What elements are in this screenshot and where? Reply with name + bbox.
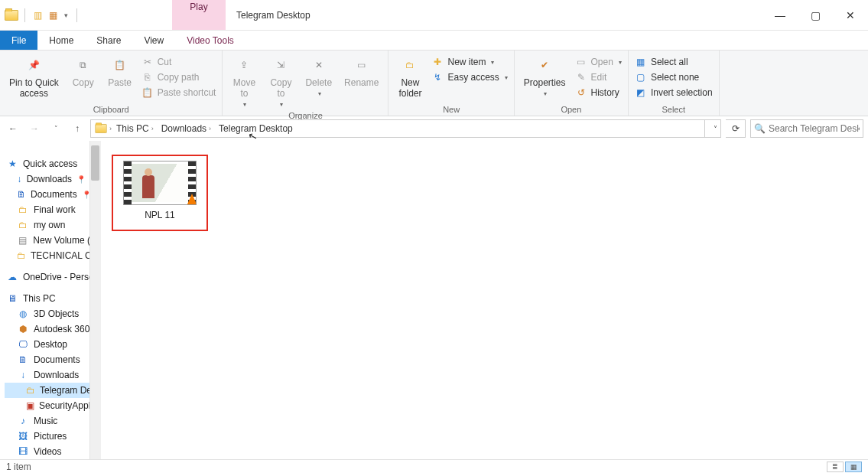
nav-pc-documents[interactable]: 🗎Documents: [5, 352, 101, 367]
nav-pc-3d-objects[interactable]: ◍3D Objects: [5, 306, 101, 321]
bc-root-sep[interactable]: ›: [109, 125, 112, 132]
nav-qa-new-volume[interactable]: ▤New Volume (D:: [5, 233, 101, 248]
open-button[interactable]: ▭Open▾: [574, 55, 623, 69]
nav-qa-downloads[interactable]: ↓Downloads📍: [5, 171, 101, 187]
nav-pc-telegram-desktop[interactable]: 🗀Telegram Deskt: [5, 383, 101, 398]
tab-home[interactable]: Home: [37, 31, 85, 50]
nav-pc-securityapplian[interactable]: ▣SecurityApplian: [5, 398, 101, 413]
history-icon: ↺: [575, 86, 587, 99]
copy-to-button[interactable]: ⇲ Copy to▾: [264, 52, 297, 111]
delete-button[interactable]: ✕ Delete▾: [301, 52, 336, 100]
videos-icon: 🎞: [17, 445, 29, 458]
properties-button[interactable]: ✔ Properties▾: [519, 52, 571, 100]
window-title: Telegram Desktop: [226, 0, 762, 30]
explorer-body: ★Quick access ↓Downloads📍 🗎Documents📍 🗀F…: [0, 141, 868, 459]
select-none-button[interactable]: ▢Select none: [633, 70, 714, 84]
close-button[interactable]: ✕: [833, 0, 868, 30]
new-item-button[interactable]: ✚New item▾: [430, 55, 509, 69]
nav-pc-music[interactable]: ♪Music: [5, 413, 101, 429]
navigation-pane[interactable]: ★Quick access ↓Downloads📍 🗎Documents📍 🗀F…: [0, 141, 101, 459]
nav-pc-pictures[interactable]: 🖼Pictures: [5, 429, 101, 444]
file-item-npl11[interactable]: NPL 11: [112, 155, 208, 231]
view-large-icons-button[interactable]: ▦: [845, 462, 862, 472]
qat-properties-icon[interactable]: ▥: [31, 9, 44, 21]
quick-access-toolbar: ▥ ▦ ▾: [0, 0, 85, 30]
breadcrumb-item-0[interactable]: This PC›: [113, 123, 157, 134]
select-all-icon: ▦: [635, 56, 647, 68]
breadcrumb-dropdown[interactable]: ˅: [714, 125, 717, 133]
nav-qa-final-work[interactable]: 🗀Final work: [5, 202, 101, 217]
nav-onedrive[interactable]: ☁OneDrive - Person: [5, 269, 101, 285]
nav-scrollbar-thumb[interactable]: [91, 145, 99, 181]
nav-scrollbar[interactable]: [89, 141, 101, 459]
paste-button[interactable]: 📋 Paste: [103, 52, 137, 91]
breadcrumb[interactable]: › This PC› Downloads› Telegram Desktop ˅: [90, 119, 721, 138]
tab-view[interactable]: View: [132, 31, 175, 50]
titlebar: ▥ ▦ ▾ Play Telegram Desktop — ▢ ✕: [0, 0, 868, 31]
nav-pc-downloads[interactable]: ↓Downloads: [5, 367, 101, 383]
nav-pc-autodesk[interactable]: ⬢Autodesk 360: [5, 321, 101, 337]
a360-icon: ⬢: [17, 323, 29, 335]
easy-access-icon: ↯: [431, 71, 444, 83]
cut-icon: ✂: [141, 56, 154, 68]
folder-icon: 🗀: [17, 204, 29, 216]
nav-back-button[interactable]: ←: [5, 120, 21, 137]
context-tab-play[interactable]: Play: [172, 0, 226, 30]
group-label-open: Open: [519, 105, 623, 116]
ribbon-tabs: File Home Share View Video Tools: [0, 31, 868, 51]
group-label-clipboard: Clipboard: [5, 105, 217, 116]
history-button[interactable]: ↺History: [574, 86, 623, 99]
new-folder-button[interactable]: 🗀 New folder: [393, 52, 427, 102]
address-bar: ← → ˅ ↑ › This PC› Downloads› Telegram D…: [0, 116, 868, 141]
copy-button[interactable]: ⧉ Copy: [67, 52, 100, 91]
search-box[interactable]: 🔍: [750, 119, 863, 138]
breadcrumb-item-1[interactable]: Downloads›: [158, 123, 214, 134]
easy-access-button[interactable]: ↯Easy access▾: [430, 70, 509, 84]
view-details-button[interactable]: ≣: [827, 462, 844, 472]
rename-icon: ▭: [350, 55, 373, 75]
content-pane[interactable]: ↖ NPL 11: [101, 141, 868, 459]
archive-icon: ▣: [26, 400, 34, 412]
copy-path-button[interactable]: ⎘Copy path: [140, 70, 218, 84]
invert-selection-button[interactable]: ◩Invert selection: [633, 86, 714, 99]
cut-button[interactable]: ✂Cut: [140, 55, 218, 69]
pin-label: Pin to Quick access: [9, 77, 59, 99]
delete-icon: ✕: [307, 55, 330, 75]
tab-file[interactable]: File: [0, 31, 37, 50]
pin-icon: 📌: [22, 55, 45, 75]
qat-customize[interactable]: ▾: [62, 11, 70, 19]
qat-new-folder-icon[interactable]: ▦: [47, 9, 59, 21]
search-input[interactable]: [769, 123, 860, 134]
maximize-button[interactable]: ▢: [798, 0, 833, 30]
invert-selection-icon: ◩: [635, 86, 647, 99]
nav-quick-access[interactable]: ★Quick access: [5, 156, 101, 171]
nav-up-button[interactable]: ↑: [69, 120, 86, 137]
nav-qa-technical[interactable]: 🗀TECHNICAL COI: [5, 248, 101, 263]
person-icon: [142, 175, 154, 198]
paste-shortcut-button[interactable]: 📋Paste shortcut: [140, 86, 218, 99]
minimize-button[interactable]: —: [762, 0, 798, 30]
onedrive-icon: ☁: [6, 271, 18, 283]
group-label-new: New: [393, 105, 509, 116]
pin-to-quick-access-button[interactable]: 📌 Pin to Quick access: [5, 52, 63, 102]
desktop-icon: 🖵: [17, 338, 29, 351]
video-thumbnail: [123, 161, 197, 205]
nav-qa-my-own[interactable]: 🗀my own: [5, 217, 101, 233]
nav-this-pc[interactable]: 🖥This PC: [5, 291, 101, 306]
edit-button[interactable]: ✎Edit: [574, 70, 623, 84]
nav-pc-desktop[interactable]: 🖵Desktop: [5, 337, 101, 352]
nav-qa-documents[interactable]: 🗎Documents📍: [5, 187, 101, 202]
pc-icon: 🖥: [6, 292, 18, 305]
qat-separator-2: [76, 8, 77, 22]
ribbon-group-select: ▦Select all ▢Select none ◩Invert selecti…: [629, 51, 720, 116]
refresh-button[interactable]: ⟳: [726, 119, 746, 138]
move-to-button[interactable]: ⇪ Move to▾: [227, 52, 261, 111]
tab-video-tools[interactable]: Video Tools: [175, 31, 245, 50]
nav-pc-videos[interactable]: 🎞Videos: [5, 444, 101, 459]
rename-button[interactable]: ▭ Rename: [340, 52, 383, 91]
nav-recent-button[interactable]: ˅: [47, 120, 64, 137]
status-text: 1 item: [6, 462, 31, 472]
select-all-button[interactable]: ▦Select all: [633, 55, 714, 69]
tab-share[interactable]: Share: [85, 31, 132, 50]
nav-forward-button[interactable]: →: [26, 120, 43, 137]
